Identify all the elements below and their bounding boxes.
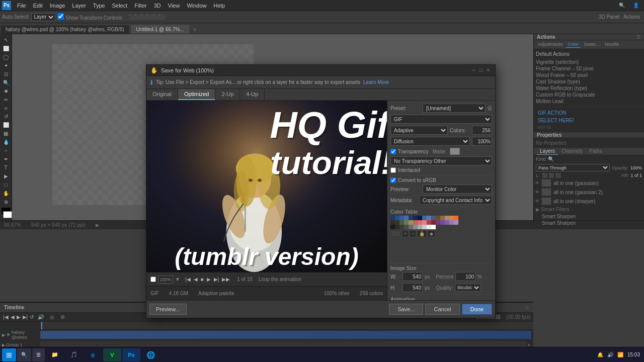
panel-menu-icon[interactable]: ☰ — [636, 34, 641, 40]
pen-tool[interactable]: ✒ — [1, 155, 11, 163]
history-brush[interactable]: ↺ — [1, 113, 11, 120]
hand-tool-icon[interactable]: ✋ — [150, 67, 158, 74]
task-view-btn[interactable]: ☰ — [32, 348, 45, 361]
dither-select[interactable]: Diffusion — [390, 137, 470, 146]
taskbar-app-browser[interactable]: e — [84, 348, 102, 361]
adjustments-tab[interactable]: Adjustments — [536, 41, 565, 48]
save-btn[interactable]: Save... — [389, 304, 423, 315]
noodle-tab[interactable]: Noodle — [603, 41, 621, 48]
taskbar-app-media[interactable]: 🎵 — [65, 348, 83, 361]
layer-eye-3[interactable]: 👁 — [535, 199, 539, 204]
zoom-dropdown-icon[interactable]: ▼ — [175, 277, 180, 282]
play-btn[interactable]: ▶ — [206, 276, 212, 283]
preset-menu-icon[interactable]: ☰ — [488, 106, 492, 111]
start-button[interactable]: ⊞ — [2, 348, 16, 361]
prev-frame-btn[interactable]: ◀ — [193, 276, 199, 283]
adj-custom-rgb[interactable]: Custom RGB to Grayscale — [534, 92, 644, 98]
show-transform-checkbox[interactable] — [57, 13, 64, 20]
move-tool[interactable]: ↖ — [1, 36, 11, 44]
tab-optimized[interactable]: Optimized — [178, 89, 216, 100]
quality-select[interactable]: Bicubic — [455, 284, 481, 292]
track-collapse-1[interactable]: ▶ — [2, 333, 5, 337]
tl-next[interactable]: ▶| — [23, 314, 28, 320]
adj-molten-lead[interactable]: Molten Lead — [534, 98, 644, 105]
remove-color-btn[interactable]: − — [410, 230, 416, 237]
menu-filter[interactable]: Filter — [131, 2, 149, 10]
healing-tool[interactable]: ✚ — [1, 87, 11, 95]
taskbar-app-explorer[interactable]: 📁 — [46, 348, 64, 361]
close-tab-icon[interactable]: × — [191, 26, 199, 34]
select-here-item[interactable]: SELECT HERE! — [534, 117, 644, 124]
preview-select[interactable]: Monitor Color — [423, 185, 492, 194]
menu-help[interactable]: Help — [211, 2, 228, 10]
web-safe-btn[interactable]: ◆ — [428, 230, 435, 237]
quick-select-tool[interactable]: ✦ — [1, 62, 11, 69]
dialog-close-icon[interactable]: × — [485, 67, 491, 73]
percent-input[interactable]: 100 — [455, 272, 475, 281]
marquee-tool[interactable]: ⬜ — [1, 45, 11, 52]
gif-action-item[interactable]: GIF ACTION — [534, 109, 644, 117]
layer-item-2[interactable]: 👁 all in one (gaussian 2) — [534, 188, 644, 197]
taskbar-app-vegas[interactable]: V — [103, 348, 121, 361]
audio-icon[interactable]: 🔊 — [36, 314, 46, 320]
format-select[interactable]: GIF — [390, 115, 492, 124]
adj-frame-channel[interactable]: Frame Channel – 50 pixel — [534, 65, 644, 72]
eraser-tool[interactable]: ⬜ — [1, 121, 11, 129]
gradient-tool[interactable]: ▦ — [1, 130, 11, 137]
background-color[interactable] — [3, 211, 12, 218]
lock-color-btn[interactable]: 🔒 — [417, 230, 427, 237]
tab-original[interactable]: Original — [146, 89, 178, 100]
swatches-tab[interactable]: Swatc... — [582, 41, 602, 48]
no-transparency-select[interactable]: No Transparency Other — [390, 156, 492, 165]
smart-sharpen-2[interactable]: Smart Sharpen — [534, 220, 644, 226]
volume-icon[interactable]: 🔊 — [607, 352, 613, 357]
dodge-tool[interactable]: ○ — [1, 147, 11, 154]
loop-checkbox[interactable] — [150, 277, 156, 282]
tl-loop[interactable]: ↺ — [30, 314, 34, 320]
layer-eye-1[interactable]: 👁 — [535, 180, 539, 186]
adj-cast-shadow[interactable]: Cast Shadow (type) — [534, 78, 644, 85]
dither-pct-input[interactable]: 100% — [472, 137, 492, 146]
blur-tool[interactable]: 💧 — [1, 138, 11, 146]
matte-color[interactable] — [450, 148, 460, 155]
adj-vignette[interactable]: Vignette (selection) — [534, 59, 644, 65]
width-input[interactable]: 540 — [403, 272, 423, 281]
colors-input[interactable]: 256 — [472, 126, 492, 135]
menu-3d[interactable]: 3D — [151, 2, 164, 10]
blend-mode-select[interactable]: Pass Through — [536, 164, 610, 171]
type-tool[interactable]: T — [1, 164, 11, 171]
menu-select[interactable]: Select — [109, 2, 131, 10]
track-eye-1[interactable]: 👁 — [6, 332, 11, 337]
search-taskbar-btn[interactable]: 🔍 — [17, 348, 31, 361]
paths-tab[interactable]: Paths — [586, 148, 605, 155]
doc-tab-2[interactable]: Untitled-1 @ 66.7%... — [131, 25, 190, 34]
convert-srgb-checkbox[interactable] — [390, 177, 396, 183]
brush-tool[interactable]: ✏ — [1, 96, 11, 104]
channels-tab[interactable]: Channels — [558, 148, 586, 155]
layer-eye-2[interactable]: 👁 — [535, 190, 539, 195]
onion-skin-icon[interactable]: ◎ — [48, 314, 56, 320]
tab-4up[interactable]: 4-Up — [240, 89, 265, 100]
menu-image[interactable]: Image — [47, 2, 68, 10]
zoom-tool[interactable]: ⊕ — [1, 198, 11, 206]
layer-item-3[interactable]: 👁 all in one (sharper) — [534, 197, 644, 206]
dialog-minimize-icon[interactable]: ─ — [470, 67, 477, 73]
settings-icon[interactable]: ⚙ — [58, 314, 67, 320]
metadata-select[interactable]: Copyright and Contact Info — [419, 196, 492, 205]
menu-layer[interactable]: Layer — [69, 2, 89, 10]
crop-tool[interactable]: ⊡ — [1, 70, 11, 78]
lasso-tool[interactable]: ◯ — [1, 53, 11, 61]
menu-file[interactable]: File — [14, 2, 29, 10]
clone-tool[interactable]: ⎄ — [1, 105, 11, 112]
cancel-btn[interactable]: Cancel — [425, 304, 459, 315]
smart-sharpen-1[interactable]: Smart Sharpen — [534, 213, 644, 220]
dialog-maximize-icon[interactable]: □ — [478, 67, 484, 73]
auto-select-dropdown[interactable]: Layer — [31, 13, 55, 21]
tl-prev[interactable]: ◀ — [11, 314, 15, 320]
transparency-checkbox[interactable] — [390, 149, 396, 154]
network-icon[interactable]: 📶 — [617, 352, 623, 357]
height-input[interactable]: 540 — [403, 283, 423, 292]
menu-edit[interactable]: Edit — [30, 2, 46, 10]
learn-more-link[interactable]: Learn More — [363, 79, 389, 85]
taskbar-app-chrome[interactable]: 🌐 — [141, 348, 159, 361]
